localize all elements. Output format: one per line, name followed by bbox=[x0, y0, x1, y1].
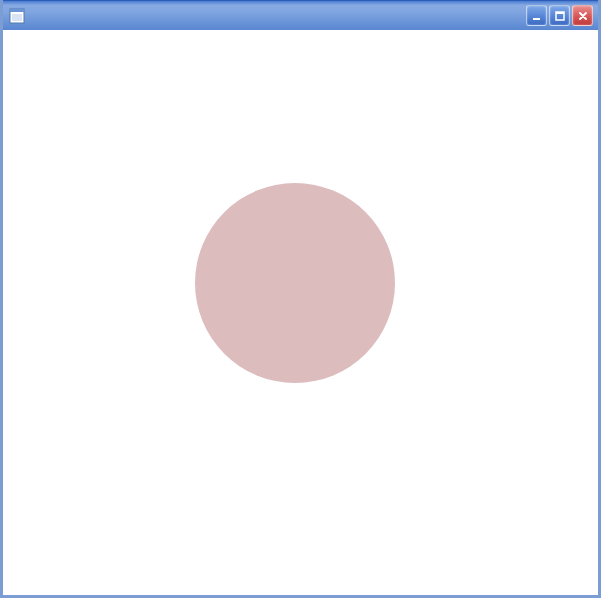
app-icon bbox=[9, 8, 25, 24]
svg-rect-5 bbox=[556, 12, 564, 14]
maximize-button[interactable] bbox=[549, 5, 570, 26]
close-button[interactable] bbox=[572, 5, 593, 26]
window-controls bbox=[526, 5, 593, 26]
application-window bbox=[0, 0, 601, 598]
circle-shape bbox=[195, 183, 395, 383]
svg-rect-1 bbox=[10, 9, 24, 12]
minimize-button[interactable] bbox=[526, 5, 547, 26]
svg-rect-2 bbox=[12, 14, 22, 21]
svg-rect-3 bbox=[533, 18, 540, 20]
titlebar[interactable] bbox=[3, 0, 598, 30]
content-area bbox=[3, 30, 598, 595]
